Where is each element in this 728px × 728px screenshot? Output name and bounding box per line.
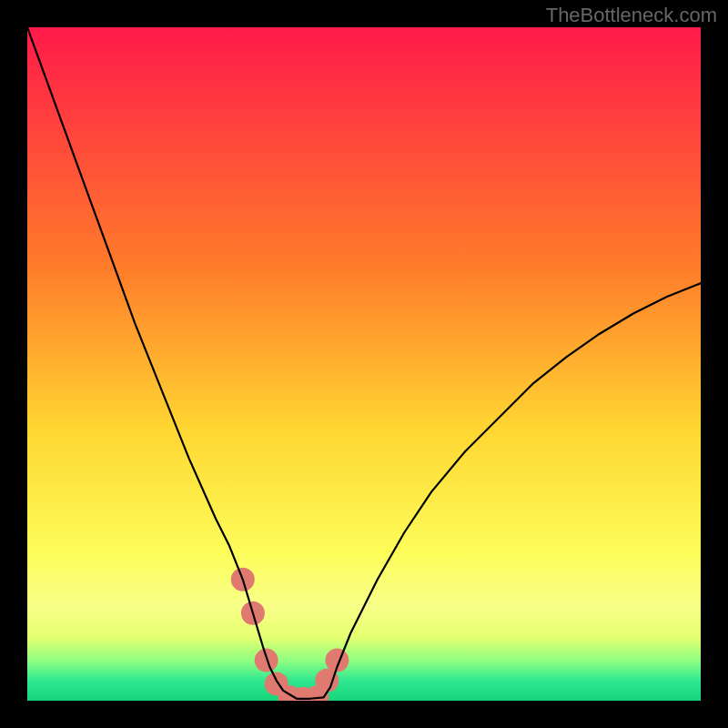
chart-container: TheBottleneck.com: [0, 0, 728, 728]
highlight-dot: [255, 649, 278, 672]
chart-svg: [27, 27, 701, 701]
watermark-text: TheBottleneck.com: [546, 4, 717, 27]
plot-area: [27, 27, 701, 701]
gradient-background: [27, 27, 701, 701]
